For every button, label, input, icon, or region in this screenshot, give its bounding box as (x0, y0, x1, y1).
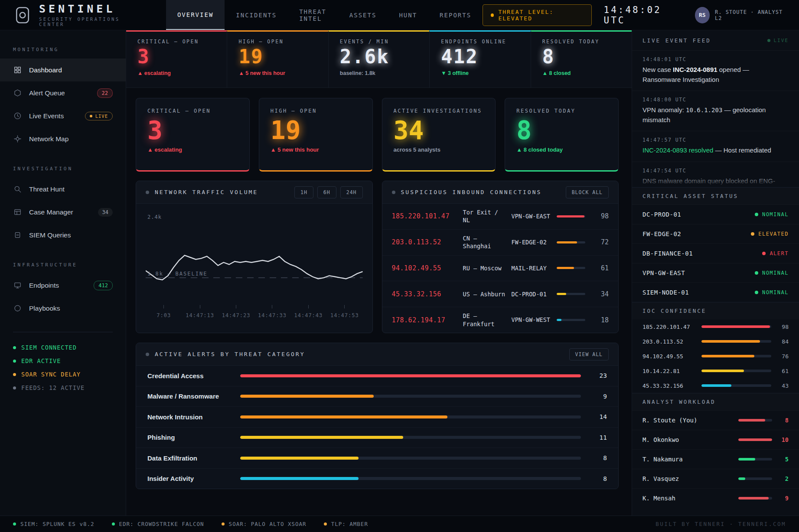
card-sub: across 5 analysts (394, 146, 484, 153)
connection-score: 34 (590, 290, 609, 298)
asset-row: FW-EDGE-02 ELEVATED (632, 224, 799, 243)
workload-bar-fill (738, 477, 745, 480)
alert-category-label: Network Intrusion (147, 413, 229, 421)
connection-target: VPN-GW-WEST (512, 316, 551, 324)
range-24h-button[interactable]: 24H (340, 186, 363, 198)
sidebar-item-live-events[interactable]: Live Events LIVE (0, 104, 126, 127)
sidebar-item-siem-queries[interactable]: SIEM Queries (0, 224, 126, 247)
connection-ip: 94.102.49.55 (392, 264, 458, 272)
feed-event[interactable]: 14:47:57 UTC INC-2024-0893 resolved — Ho… (632, 131, 799, 162)
threat-level-dot-icon (491, 13, 494, 17)
card-value: 3 (147, 117, 238, 144)
strip-endpoints-online: ENDPOINTS ONLINE 412 ▼ 3 offline (429, 30, 530, 88)
feed-event-message: VPN anomaly: 10.6.1.203 — geolocation mi… (642, 105, 789, 125)
feed-event[interactable]: 14:48:00 UTC VPN anomaly: 10.6.1.203 — g… (632, 91, 799, 131)
sidebar-item-endpoints[interactable]: Endpoints 412 (0, 274, 126, 297)
card-sub: ▲ 5 new this hour (271, 146, 361, 153)
connection-origin: US — Ashburn (463, 290, 506, 298)
range-6h-button[interactable]: 6H (317, 186, 336, 198)
strip-value: 3 (137, 47, 215, 66)
baseline-label: 1.8k — BASELINE (147, 271, 207, 277)
sidebar: MONITORING Dashboard Alert Queue 22 Live… (0, 30, 126, 516)
sidebar-item-case-manager[interactable]: Case Manager 34 (0, 201, 126, 224)
live-feed-header: LIVE EVENT FEED LIVE (632, 30, 799, 50)
x-tick-label: 14:47:13 (186, 312, 214, 318)
tab-threat-intel[interactable]: THREAT INTEL (288, 0, 338, 30)
tab-reports[interactable]: REPORTS (428, 0, 483, 30)
score-bar-track (557, 319, 585, 321)
ioc-row: 45.33.32.156 43 (632, 378, 799, 393)
tab-overview[interactable]: OVERVIEW (166, 0, 225, 30)
avatar[interactable]: RS (695, 7, 710, 23)
ioc-bar-fill (701, 340, 760, 343)
sidebar-item-network-map[interactable]: Network Map (0, 127, 126, 150)
sidebar-item-dashboard[interactable]: Dashboard (0, 58, 126, 81)
network-traffic-panel: NETWORK TRAFFIC VOLUME 1H 6H 24H 2.4k 1.… (136, 181, 373, 333)
block-all-button[interactable]: BLOCK ALL (566, 186, 609, 198)
tab-hunt[interactable]: HUNT (388, 0, 428, 30)
dashboard-grid-icon (13, 66, 22, 75)
alerts-by-category-panel: ACTIVE ALERTS BY THREAT CATEGORY VIEW AL… (136, 343, 619, 489)
ioc-score: 76 (777, 353, 789, 360)
alert-queue-badge: 22 (97, 88, 113, 98)
live-indicator-dot-icon (767, 39, 770, 42)
alert-queue-hexagon-icon (13, 89, 22, 97)
footer-credit: BUILT BY TENNERI · TENNERI.COM (656, 521, 786, 527)
connection-ip: 203.0.113.52 (392, 238, 458, 246)
sidebar-item-label: Case Manager (29, 208, 73, 216)
connection-row[interactable]: 178.62.194.17 DE — Frankfurt VPN-GW-WEST… (382, 307, 619, 333)
asset-status: ALERT (762, 250, 789, 256)
feed-event-message: DNS malware domain query blocked on ENG- (642, 176, 789, 186)
panel-dot-icon (392, 191, 395, 194)
x-tick-label: 14:47:43 (294, 312, 323, 318)
card-sub: ▲ 8 closed today (516, 146, 607, 153)
footer-label: SOAR: PALO ALTO XSOAR (229, 521, 307, 527)
right-panel: LIVE EVENT FEED LIVE 14:48:01 UTC New ca… (632, 30, 799, 516)
feed-event[interactable]: 14:48:01 UTC New case INC-2024-0891 open… (632, 50, 799, 91)
tab-assets[interactable]: ASSETS (338, 0, 388, 30)
asset-status: NOMINAL (755, 211, 789, 217)
sidebar-item-playbooks[interactable]: Playbooks (0, 297, 126, 320)
workload-bar-fill (738, 419, 765, 422)
suspicious-connections-panel: SUSPICIOUS INBOUND CONNECTIONS BLOCK ALL… (382, 181, 619, 333)
ioc-bar-track (701, 370, 771, 372)
footer: SIEM: SPLUNK ES v8.2 EDR: CROWDSTRIKE FA… (0, 516, 799, 532)
connection-row[interactable]: 203.0.113.52 CN — Shanghai FW-EDGE-02 72 (382, 230, 619, 256)
workload-bar-track (738, 458, 772, 461)
footer-soar: SOAR: PALO ALTO XSOAR (222, 521, 307, 527)
connection-row[interactable]: 94.102.49.55 RU — Moscow MAIL-RELAY 61 (382, 256, 619, 282)
kpi-strip: CRITICAL — OPEN 3 ▲ escalating HIGH — OP… (126, 30, 632, 88)
asset-row: VPN-GW-EAST NOMINAL (632, 263, 799, 282)
alert-category-row: Malware / Ransomware 9 (136, 386, 618, 407)
alert-rows: Credential Access 23 Malware / Ransomwar… (136, 366, 618, 489)
tab-incidents[interactable]: INCIDENTS (225, 0, 288, 30)
sidebar-item-threat-hunt[interactable]: Threat Hunt (0, 178, 126, 201)
alert-bar-track (240, 395, 581, 398)
connection-row[interactable]: 185.220.101.47 Tor Exit / NL VPN-GW-EAST… (382, 204, 619, 230)
asset-status-dot-icon (755, 213, 758, 216)
charts-row: NETWORK TRAFFIC VOLUME 1H 6H 24H 2.4k 1.… (136, 181, 619, 333)
analyst-workload-title: ANALYST WORKLOAD (642, 399, 715, 405)
case-manager-window-icon (13, 208, 22, 217)
brand-logo[interactable]: SENTINEL SECURITY OPERATIONS CENTER (13, 3, 139, 27)
feed-event-time: 14:47:57 UTC (642, 137, 789, 143)
live-feed-list: 14:48:01 UTC New case INC-2024-0891 open… (632, 50, 799, 187)
workload-bar-fill (738, 458, 755, 461)
main-content: CRITICAL — OPEN 3 ▲ escalating HIGH — OP… (126, 30, 632, 516)
analyst-name: K. Mensah (642, 495, 732, 502)
x-tick-cell: 14:47:23 (218, 305, 254, 328)
range-1h-button[interactable]: 1H (294, 186, 313, 198)
analyst-name: T. Nakamura (642, 456, 732, 463)
user-label: R. STOUTE · ANALYST L2 (715, 9, 786, 21)
status-label: SIEM CONNECTED (21, 344, 77, 351)
view-all-button[interactable]: VIEW ALL (569, 348, 609, 360)
feed-event[interactable]: 14:47:54 UTC DNS malware domain query bl… (632, 162, 799, 188)
sidebar-section-investigation: INVESTIGATION (0, 161, 126, 178)
live-indicator: LIVE (767, 38, 789, 43)
sidebar-item-alert-queue[interactable]: Alert Queue 22 (0, 81, 126, 104)
asset-name: SIEM-NODE-01 (642, 289, 689, 296)
ioc-ip: 94.102.49.55 (642, 353, 695, 360)
connection-row[interactable]: 45.33.32.156 US — Ashburn DC-PROD-01 34 (382, 281, 619, 307)
connections-actions: BLOCK ALL (566, 186, 609, 198)
x-tick-cell: 14:47:33 (254, 305, 290, 328)
